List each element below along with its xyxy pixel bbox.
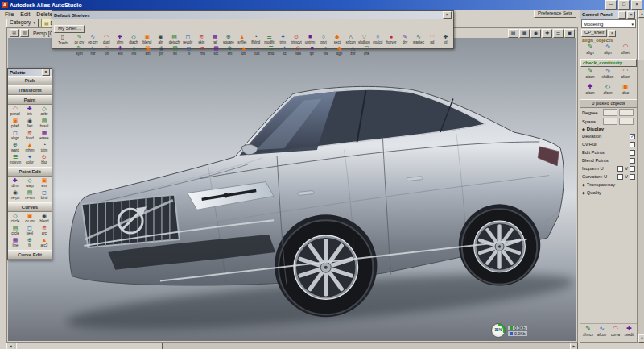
pal-flatt[interactable]: ◉flatt [23,118,37,130]
tool-bnd[interactable]: ☰bnd [264,45,278,56]
checkbox[interactable]: ✓ [630,134,635,139]
tool-gl[interactable]: ✚gl [439,34,452,45]
scroll-right-icon[interactable]: ▶ [570,343,578,349]
tool-blend[interactable]: ▣blend [140,34,154,45]
tool-tpr[interactable]: ■tpr [305,45,319,56]
preference-sets-button[interactable]: Preference Sets [534,10,576,18]
display-section-header[interactable]: ◆ Display [580,126,637,132]
pal-bvsol[interactable]: ▤bvsol [37,118,52,130]
display-option-isoparm-u[interactable]: Isoparm UV [580,164,637,172]
pal-arc3[interactable]: ▲arc3 [37,237,52,249]
pal-pdaft[interactable]: ▣pdaft [8,118,23,130]
tool-aln[interactable]: ◉aln [154,34,167,45]
cp-afcon[interactable]: ◇afcon [599,83,617,99]
palette-section-header[interactable]: Pick [8,76,52,85]
category-dropdown[interactable]: Category ▾ [6,19,39,27]
tool-mir[interactable]: ∿mir [86,45,100,56]
display-option-deviation[interactable]: Deviation✓ [580,132,637,140]
tool-shdbon[interactable]: ▽shdbon [357,34,371,45]
tool-zbr[interactable]: △zbr [346,45,360,56]
vertical-scrollbar[interactable]: ▲ ▼ [638,10,644,343]
display-option-blend-points[interactable]: Blend Points [580,156,637,164]
display-option-edit-points[interactable]: Edit Points [580,148,637,156]
list-icon[interactable]: ☰ [553,29,564,38]
menu-file[interactable]: File [2,11,17,17]
tool-modfit[interactable]: ☰modfit [262,34,276,45]
look-at-icon[interactable]: ◉ [530,29,541,38]
checkbox[interactable] [630,142,635,147]
tool-rail[interactable]: ▦rail [208,34,222,45]
pal-crcle[interactable]: ▤crcle [8,225,23,237]
display-option-curvature-u[interactable]: Curvature UV [580,172,637,181]
cp-disc[interactable]: ▣disc [617,83,634,99]
cp-afcon[interactable]: ◠afcon [617,67,634,83]
tool-revolv[interactable]: ◻revolv [181,34,195,45]
zoom-icon[interactable]: ✚ [542,29,552,38]
palette-section-header[interactable]: Curve Edit [8,250,52,260]
close-icon[interactable]: × [443,11,452,19]
tool-dry[interactable]: ✎dry [398,34,412,45]
checkbox[interactable] [630,174,635,180]
pal-blend[interactable]: ◉blend [37,213,52,225]
cp-xsedit[interactable]: ✚xsedit [622,325,636,341]
tool-ep-crv[interactable]: ∿ep crv [86,34,100,45]
maximize-button[interactable]: □ [618,0,630,10]
pal-blnd[interactable]: ◻blnd [37,189,52,202]
tool-dtach[interactable]: ◇dtach [126,34,140,45]
pal-color[interactable]: ✦color [23,154,37,166]
viewport-canvas[interactable] [8,38,576,341]
close-icon[interactable]: × [627,11,635,19]
cp-shelf-tab[interactable]: CP_shelf [581,29,607,37]
tool-aln[interactable]: ▣aln [141,45,155,56]
check-continuity-button[interactable]: check_continuity [580,59,637,67]
checkbox[interactable] [630,150,635,156]
vertical-scroll-thumb[interactable] [638,19,644,60]
grid-toggle-icon[interactable]: ▦ [519,29,530,38]
pal-fit[interactable]: ⊕fit [23,237,37,249]
close-icon[interactable]: × [42,69,50,76]
tool-ffblnd[interactable]: ◔ffblnd [249,34,262,45]
scroll-left-icon[interactable]: ◀ [6,343,14,349]
cp-afcon[interactable]: ✎afcon [581,67,599,83]
minimize-button[interactable]: — [605,0,617,10]
control-panel-title-bar[interactable]: Control Panel — × [580,10,637,19]
tool-dft[interactable]: ▲dft [237,45,250,56]
tool-gd[interactable]: ◠gd [425,34,439,45]
tool-shl[interactable]: ⊕shl [223,45,237,56]
degree-input-v[interactable] [619,109,634,116]
pal-pencil[interactable]: ◠pencil [8,106,23,118]
pal-ward[interactable]: ⊕ward [8,142,23,154]
palette-title-bar[interactable]: Palette × [8,69,52,76]
scroll-down-icon[interactable]: ▼ [638,334,644,343]
pal-cv-crv[interactable]: ▣cv crv [23,213,37,225]
checkbox[interactable] [630,158,635,164]
pal-arc[interactable]: ≋arc [37,225,52,237]
tool-srfcon[interactable]: △srfcon [344,34,357,45]
tool-prj[interactable]: ◉prj [155,45,168,56]
pal-airbr[interactable]: ◇airbr [37,106,52,118]
pal-blur[interactable]: ⊙blur [37,154,52,166]
pal-erase[interactable]: ▦erase [37,130,52,142]
horizontal-scroll-thumb[interactable] [16,343,163,349]
tool-mulcd[interactable]: ◊mulcd [371,34,385,45]
tool-ltc[interactable]: ✦ltc [278,45,291,56]
tool-pryt[interactable]: ○pryt [316,34,330,45]
pal-txtm[interactable]: ◔txtm [37,142,52,154]
degree-input-u[interactable] [603,109,617,116]
display-option-cv-hull[interactable]: Cv/Hull [580,140,637,148]
pal-keel[interactable]: ◻keel [23,225,37,237]
my-shelf-tab[interactable]: My Shelf... [54,25,85,33]
tool-off[interactable]: ◠off [100,45,114,56]
tool-vis[interactable]: ○vis [319,45,332,56]
pal-flood[interactable]: ≋flood [23,130,37,142]
tool-untrim[interactable]: ■untrim [303,34,317,45]
palette-section-header[interactable]: Curves [8,202,52,212]
tool-trim[interactable]: ✦trim [276,34,290,45]
shelves-title-bar[interactable]: Default Shelves × [52,11,453,19]
cp-align[interactable]: ✎align [581,43,599,59]
pal-circle[interactable]: ◇circle [8,213,23,225]
tool-horver[interactable]: ●horver [385,34,398,45]
scroll-up-icon[interactable]: ▲ [638,10,644,18]
cp-shdbon[interactable]: ∿shdbon [599,67,617,83]
tool-square[interactable]: ⊕square [221,34,235,45]
